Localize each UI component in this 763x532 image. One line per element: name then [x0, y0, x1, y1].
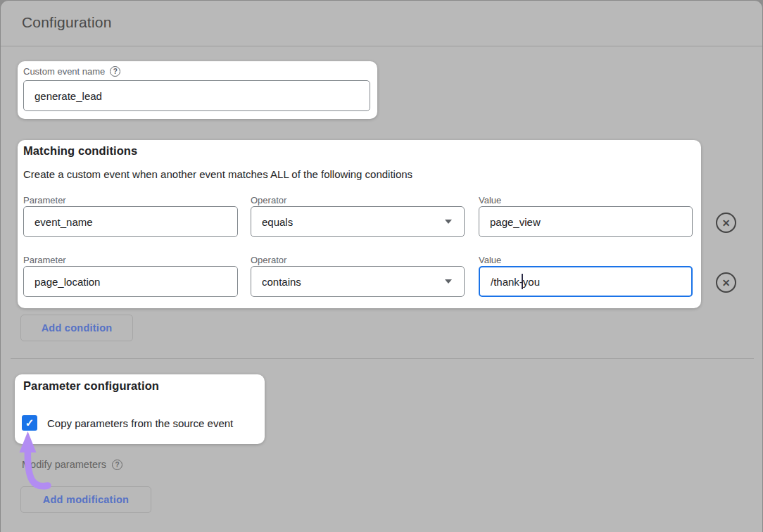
- modify-parameters-label: Modify parameters: [22, 459, 106, 470]
- custom-event-card: Custom event name ?: [18, 61, 377, 119]
- condition-2-parameter-input[interactable]: [23, 266, 238, 297]
- operator-label: Operator: [251, 255, 286, 265]
- condition-1-parameter-input[interactable]: [23, 206, 238, 237]
- parameter-label: Parameter: [23, 195, 66, 205]
- custom-event-name-input[interactable]: [23, 80, 370, 111]
- copy-parameters-checkbox[interactable]: ✓: [22, 415, 37, 431]
- section-divider: [11, 358, 754, 359]
- page-title: Configuration: [22, 14, 112, 31]
- condition-2-value-input[interactable]: /thank-you: [479, 266, 693, 297]
- parameter-configuration-card: Parameter configuration ✓ Copy parameter…: [15, 374, 265, 444]
- matching-conditions-subtitle: Create a custom event when another event…: [23, 168, 412, 180]
- condition-1-operator-select[interactable]: equals: [251, 206, 465, 237]
- help-icon[interactable]: ?: [112, 460, 122, 470]
- remove-condition-1-button[interactable]: ✕: [716, 213, 736, 233]
- matching-conditions-title: Matching conditions: [23, 144, 137, 158]
- configuration-dialog: Configuration Custom event name ? Matchi…: [0, 0, 763, 532]
- parameter-label: Parameter: [23, 255, 66, 265]
- custom-event-name-label: Custom event name ?: [23, 66, 120, 77]
- value-label: Value: [479, 195, 501, 205]
- checkmark-icon: ✓: [25, 417, 34, 429]
- help-icon[interactable]: ?: [110, 66, 120, 77]
- header-divider: [1, 46, 763, 46]
- copy-parameters-label: Copy parameters from the source event: [47, 417, 233, 429]
- modify-parameters-row: Modify parameters ?: [22, 459, 122, 470]
- parameter-configuration-title: Parameter configuration: [23, 379, 159, 393]
- chevron-down-icon: [445, 279, 452, 284]
- add-condition-button[interactable]: Add condition: [20, 315, 133, 341]
- condition-1-value-input[interactable]: [479, 206, 693, 237]
- add-modification-button[interactable]: Add modification: [20, 486, 151, 513]
- matching-conditions-card: Matching conditions Create a custom even…: [18, 140, 701, 308]
- value-label: Value: [479, 255, 501, 265]
- remove-condition-2-button[interactable]: ✕: [716, 272, 736, 293]
- condition-2-operator-select[interactable]: contains: [251, 266, 465, 297]
- chevron-down-icon: [445, 220, 452, 224]
- operator-label: Operator: [251, 195, 286, 205]
